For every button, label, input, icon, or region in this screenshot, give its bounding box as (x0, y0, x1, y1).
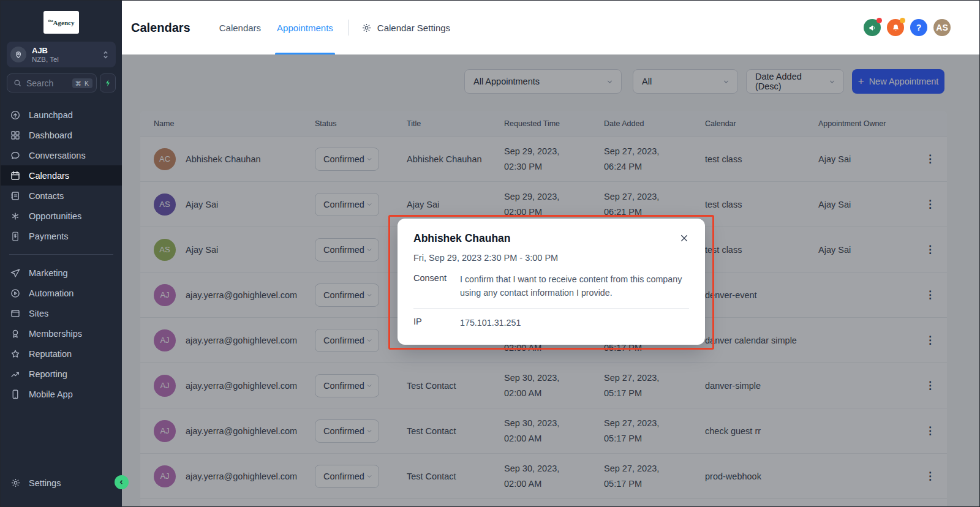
notification-dot (900, 18, 905, 23)
page-title: Calendars (131, 21, 190, 35)
chevron-up-down-icon (102, 50, 110, 59)
sidebar-item-launchpad[interactable]: Launchpad (1, 105, 122, 125)
chevron-left-icon (118, 479, 125, 486)
sidebar-nav: LaunchpadDashboardConversationsCalendars… (1, 105, 122, 404)
quick-actions-button[interactable] (100, 73, 116, 92)
agency-logo: theAgency (43, 11, 79, 34)
sidebar-item-mobile-app[interactable]: Mobile App (1, 384, 122, 404)
tab-appointments[interactable]: Appointments (269, 1, 341, 54)
sidebar-item-automation[interactable]: Automation (1, 283, 122, 303)
modal-divider (413, 308, 689, 309)
sidebar-item-contacts[interactable]: Contacts (1, 186, 122, 206)
search-input[interactable]: Search ⌘ K (7, 73, 97, 92)
appointment-datetime: Fri, Sep 29, 2023 2:30 PM - 3:00 PM (413, 253, 689, 263)
sidebar-collapse-button[interactable] (115, 475, 129, 489)
sidebar-item-label: Settings (29, 478, 61, 488)
tab-calendars[interactable]: Calendars (211, 1, 269, 54)
sidebar-item-label: Payments (29, 231, 68, 241)
tabs: Calendars Appointments Calendar Settings (211, 1, 455, 54)
sidebar-item-payments[interactable]: Payments (1, 226, 122, 246)
marketing-icon (10, 268, 21, 279)
account-switcher[interactable]: AJB NZB, Tel (7, 42, 116, 67)
topbar-icons: ?AS (864, 19, 951, 36)
sites-icon (10, 308, 21, 319)
sidebar-item-marketing[interactable]: Marketing (1, 263, 122, 283)
automation-icon (10, 288, 21, 299)
appointment-details-modal: Abhishek Chauhan Fri, Sep 29, 2023 2:30 … (398, 219, 705, 345)
search-placeholder: Search (26, 78, 72, 88)
sidebar-item-label: Reputation (29, 349, 72, 359)
sidebar-item-label: Mobile App (29, 389, 73, 399)
sidebar-item-sites[interactable]: Sites (1, 303, 122, 323)
account-location: NZB, Tel (32, 55, 102, 64)
close-icon[interactable] (679, 233, 689, 243)
reputation-icon (10, 348, 21, 359)
consent-text: I confirm that I want to receive content… (460, 273, 689, 299)
sidebar-item-label: Marketing (29, 268, 68, 278)
search-icon (13, 78, 22, 88)
content-area: All Appointments All Date Added (Desc) +… (122, 54, 979, 506)
announcements-icon[interactable] (864, 19, 881, 36)
dashboard-icon (10, 130, 21, 141)
memberships-icon (10, 328, 21, 339)
lightning-bolt-icon (104, 78, 112, 88)
ip-label: IP (413, 317, 460, 330)
opportunities-icon (10, 211, 21, 222)
conversations-icon (10, 150, 21, 161)
logo-prefix: the (48, 19, 53, 23)
launchpad-icon (10, 110, 21, 121)
payments-icon (10, 231, 21, 242)
sidebar-item-label: Sites (29, 309, 48, 318)
help-icon[interactable]: ? (910, 19, 927, 36)
sidebar-divider (9, 254, 113, 255)
notification-dot (876, 18, 882, 23)
mobile-icon (10, 389, 21, 400)
tab-calendar-settings[interactable]: Calendar Settings (356, 1, 455, 54)
logo-label: Agency (53, 19, 75, 26)
sidebar-item-conversations[interactable]: Conversations (1, 145, 122, 165)
consent-label: Consent (413, 273, 460, 299)
contacts-icon (10, 190, 21, 201)
sidebar-item-label: Automation (29, 288, 74, 298)
sidebar-item-reputation[interactable]: Reputation (1, 344, 122, 364)
search-shortcut-badge: ⌘ K (72, 78, 92, 88)
tab-label: Calendar Settings (377, 23, 450, 33)
sidebar-item-reporting[interactable]: Reporting (1, 364, 122, 384)
sidebar-item-label: Launchpad (29, 110, 73, 120)
tab-divider (349, 20, 349, 36)
sidebar-item-memberships[interactable]: Memberships (1, 323, 122, 344)
sidebar-item-dashboard[interactable]: Dashboard (1, 125, 122, 145)
gear-icon (10, 478, 21, 489)
location-pin-icon (10, 47, 26, 62)
notifications-icon[interactable] (887, 19, 904, 36)
sidebar-item-label: Calendars (29, 171, 69, 181)
account-name: AJB (32, 46, 102, 55)
modal-title: Abhishek Chauhan (413, 232, 511, 245)
sidebar: theAgency AJB NZB, Tel Search ⌘ K (1, 1, 122, 506)
ip-value: 175.101.31.251 (460, 317, 521, 330)
sidebar-item-label: Opportunities (29, 211, 81, 221)
sidebar-item-label: Reporting (29, 369, 67, 379)
gear-icon (361, 23, 372, 33)
user-avatar[interactable]: AS (933, 19, 951, 36)
topbar: Calendars Calendars Appointments Calenda… (122, 1, 979, 54)
calendars-icon (10, 170, 21, 181)
sidebar-item-opportunities[interactable]: Opportunities (1, 206, 122, 226)
app-window: theAgency AJB NZB, Tel Search ⌘ K (0, 0, 980, 507)
sidebar-item-calendars[interactable]: Calendars (1, 165, 122, 186)
sidebar-item-label: Conversations (29, 151, 86, 160)
sidebar-item-settings[interactable]: Settings (1, 473, 122, 493)
main-area: Calendars Calendars Appointments Calenda… (122, 1, 979, 506)
sidebar-item-label: Contacts (29, 191, 64, 201)
sidebar-item-label: Dashboard (29, 130, 72, 140)
reporting-icon (10, 369, 21, 380)
sidebar-item-label: Memberships (29, 329, 82, 339)
